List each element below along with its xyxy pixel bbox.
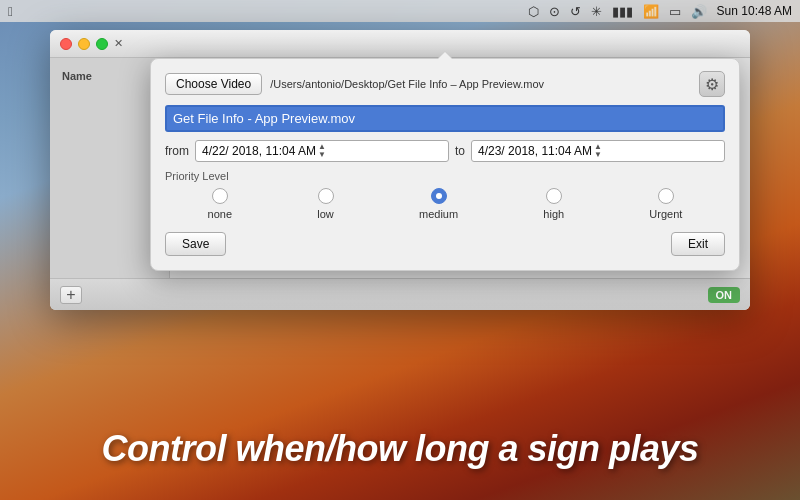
priority-low[interactable]: low: [317, 188, 334, 220]
priority-options: none low medium high: [165, 188, 725, 220]
apple-icon[interactable]: : [8, 4, 13, 19]
priority-label: Priority Level: [165, 170, 725, 182]
titlebar: ✕: [50, 30, 750, 58]
minimize-button[interactable]: [78, 38, 90, 50]
close-button[interactable]: [60, 38, 72, 50]
menubar-left: : [8, 4, 13, 19]
file-path-label: /Users/antonio/Desktop/Get File Info – A…: [270, 78, 691, 90]
overlay-text: Control when/how long a sign plays: [0, 428, 800, 470]
menubar-time: Sun 10:48 AM: [717, 4, 792, 18]
priority-urgent-radio[interactable]: [658, 188, 674, 204]
to-label: to: [455, 144, 465, 158]
priority-medium-label: medium: [419, 208, 458, 220]
priority-none-radio[interactable]: [212, 188, 228, 204]
app-window-wrapper: ✕ Name lay n... + ON Choose Video /Users…: [50, 30, 750, 310]
priority-section: Priority Level none low medium: [165, 170, 725, 220]
from-date-down[interactable]: ▼: [318, 151, 326, 159]
window-footer: + ON: [50, 278, 750, 310]
menubar-right: ⬡ ⊙ ↺ ✳ ▮▮▮ 📶 ▭ 🔊 Sun 10:48 AM: [528, 4, 792, 19]
priority-urgent-label: Urgent: [649, 208, 682, 220]
battery-icon[interactable]: ▮▮▮: [612, 4, 633, 19]
priority-low-radio[interactable]: [318, 188, 334, 204]
background-app-window: ✕ Name lay n... + ON Choose Video /Users…: [50, 30, 750, 310]
to-date-stepper[interactable]: ▲ ▼: [594, 143, 602, 159]
from-date-value: 4/22/ 2018, 11:04 AM: [202, 144, 316, 158]
to-date-down[interactable]: ▼: [594, 151, 602, 159]
menubar:  ⬡ ⊙ ↺ ✳ ▮▮▮ 📶 ▭ 🔊 Sun 10:48 AM: [0, 0, 800, 22]
traffic-lights: [60, 38, 108, 50]
priority-medium[interactable]: medium: [419, 188, 458, 220]
gear-button[interactable]: ⚙: [699, 71, 725, 97]
dialog-footer: Save Exit: [165, 232, 725, 256]
time-machine2-icon[interactable]: ↺: [570, 4, 581, 19]
to-date-value: 4/23/ 2018, 11:04 AM: [478, 144, 592, 158]
exit-button[interactable]: Exit: [671, 232, 725, 256]
dialog-panel: Choose Video /Users/antonio/Desktop/Get …: [150, 58, 740, 271]
volume-icon[interactable]: 🔊: [691, 4, 707, 19]
from-date-stepper[interactable]: ▲ ▼: [318, 143, 326, 159]
wifi-icon[interactable]: 📶: [643, 4, 659, 19]
on-badge: ON: [708, 287, 741, 303]
add-button[interactable]: +: [60, 286, 82, 304]
from-date-field[interactable]: 4/22/ 2018, 11:04 AM ▲ ▼: [195, 140, 449, 162]
priority-urgent[interactable]: Urgent: [649, 188, 682, 220]
priority-medium-radio[interactable]: [431, 188, 447, 204]
sidebar-name-header: Name: [58, 66, 161, 86]
dialog-row-video: Choose Video /Users/antonio/Desktop/Get …: [165, 71, 725, 97]
window-close-label: ✕: [114, 37, 123, 50]
radio-inner-dot: [436, 193, 442, 199]
filename-input[interactable]: [165, 105, 725, 132]
airplay-icon[interactable]: ▭: [669, 4, 681, 19]
priority-high-label: high: [543, 208, 564, 220]
time-machine-icon[interactable]: ⊙: [549, 4, 560, 19]
maximize-button[interactable]: [96, 38, 108, 50]
datetime-row: from 4/22/ 2018, 11:04 AM ▲ ▼ to 4/23/ 2…: [165, 140, 725, 162]
priority-none-label: none: [208, 208, 232, 220]
to-date-field[interactable]: 4/23/ 2018, 11:04 AM ▲ ▼: [471, 140, 725, 162]
bluetooth-icon[interactable]: ✳: [591, 4, 602, 19]
priority-high[interactable]: high: [543, 188, 564, 220]
choose-video-button[interactable]: Choose Video: [165, 73, 262, 95]
dropbox-icon[interactable]: ⬡: [528, 4, 539, 19]
priority-high-radio[interactable]: [546, 188, 562, 204]
priority-low-label: low: [317, 208, 334, 220]
priority-none[interactable]: none: [208, 188, 232, 220]
save-button[interactable]: Save: [165, 232, 226, 256]
from-label: from: [165, 144, 189, 158]
